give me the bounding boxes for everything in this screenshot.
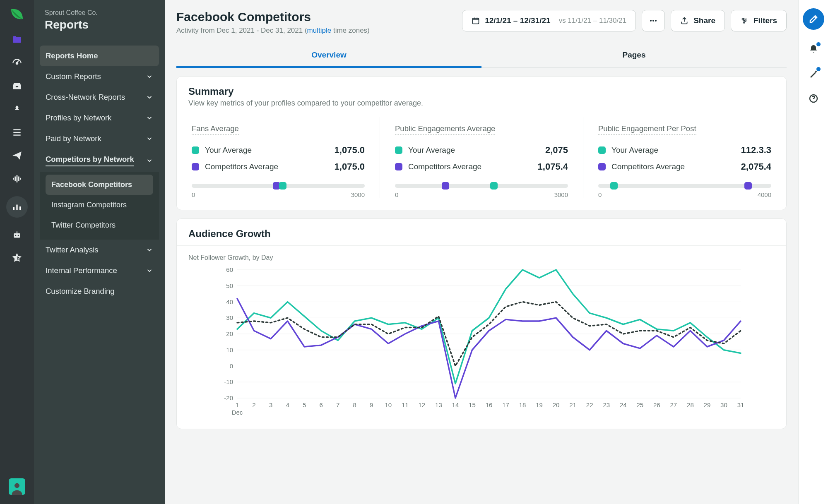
range-marker: [279, 182, 286, 190]
audio-icon[interactable]: [11, 173, 23, 185]
svg-text:21: 21: [569, 401, 576, 408]
svg-text:26: 26: [653, 401, 660, 408]
wand-icon[interactable]: [808, 68, 819, 79]
svg-text:-10: -10: [224, 378, 233, 385]
svg-text:2: 2: [252, 401, 255, 408]
summary-card: Summary View key metrics of your profile…: [176, 76, 787, 210]
right-rail: [798, 0, 828, 504]
range-marker: [610, 182, 618, 190]
svg-text:19: 19: [536, 401, 543, 408]
svg-text:60: 60: [226, 266, 233, 273]
compose-button[interactable]: [803, 8, 824, 30]
svg-text:Dec: Dec: [232, 409, 243, 416]
more-button[interactable]: [642, 10, 665, 31]
svg-text:8: 8: [353, 401, 356, 408]
range-marker: [490, 182, 498, 190]
main-content: Facebook Competitors Activity from Dec 1…: [165, 0, 798, 504]
svg-text:40: 40: [226, 298, 233, 305]
half-star-icon[interactable]: [11, 252, 23, 264]
tab-overview[interactable]: Overview: [176, 44, 481, 68]
svg-text:50: 50: [226, 282, 233, 289]
swatch-purple-icon: [192, 163, 199, 170]
svg-text:31: 31: [737, 401, 744, 408]
range-marker: [442, 182, 449, 190]
pin-icon[interactable]: [11, 103, 23, 115]
robot-icon[interactable]: [11, 229, 23, 241]
svg-text:27: 27: [670, 401, 677, 408]
nav-item-custom-reports[interactable]: Custom Reports: [40, 66, 159, 87]
share-button[interactable]: Share: [671, 10, 725, 31]
nav-subitem-twitter-competitors[interactable]: Twitter Competitors: [46, 215, 153, 235]
audience-growth-card: Audience Growth Net Follower Growth, by …: [176, 218, 787, 429]
nav-item-customize-branding[interactable]: Customize Branding: [40, 281, 159, 302]
svg-text:30: 30: [226, 314, 233, 321]
nav-subitem-instagram-competitors[interactable]: Instagram Competitors: [46, 195, 153, 215]
svg-text:14: 14: [452, 401, 459, 408]
svg-text:24: 24: [620, 401, 627, 408]
filters-icon: [740, 17, 749, 25]
svg-text:23: 23: [603, 401, 610, 408]
svg-text:-20: -20: [224, 394, 233, 401]
svg-point-4: [14, 483, 19, 488]
swatch-purple-icon: [598, 163, 606, 170]
svg-rect-5: [473, 18, 479, 24]
svg-text:22: 22: [586, 401, 593, 408]
svg-text:6: 6: [319, 401, 323, 408]
nav-item-profiles-by-network[interactable]: Profiles by Network: [40, 108, 159, 128]
svg-point-2: [15, 235, 16, 236]
metric-public-engagement-per-post: Public Engagement Per PostYour Average11…: [583, 117, 786, 198]
svg-rect-1: [14, 233, 20, 238]
nav-reports-home[interactable]: Reports Home: [40, 46, 159, 66]
bar-chart-icon[interactable]: [6, 196, 28, 218]
svg-text:7: 7: [336, 401, 339, 408]
swatch-teal-icon: [192, 146, 199, 154]
svg-point-11: [743, 22, 744, 23]
swatch-purple-icon: [395, 163, 402, 170]
svg-text:1: 1: [236, 401, 239, 408]
svg-text:13: 13: [435, 401, 442, 408]
svg-text:9: 9: [370, 401, 373, 408]
nav-item-twitter-analysis[interactable]: Twitter Analysis: [40, 240, 159, 260]
svg-point-10: [745, 20, 746, 21]
svg-text:5: 5: [303, 401, 306, 408]
inbox-icon[interactable]: [11, 80, 23, 92]
svg-point-3: [18, 235, 19, 236]
svg-text:12: 12: [419, 401, 426, 408]
svg-text:11: 11: [402, 401, 409, 408]
svg-text:28: 28: [687, 401, 694, 408]
range-marker: [744, 182, 752, 190]
folder-icon[interactable]: [11, 34, 23, 46]
svg-text:17: 17: [502, 401, 509, 408]
filters-button[interactable]: Filters: [731, 10, 787, 31]
nav-item-competitors-by-network[interactable]: Competitors by Network: [40, 149, 159, 172]
metric-fans-average: Fans AverageYour Average1,075.0Competito…: [177, 117, 380, 198]
svg-point-0: [16, 62, 18, 64]
nav-item-paid-by-network[interactable]: Paid by Network: [40, 128, 159, 149]
chart-subtitle: Net Follower Growth, by Day: [188, 254, 771, 262]
ellipsis-icon: [648, 16, 658, 26]
metric-public-engagements-average: Public Engagements AverageYour Average2,…: [380, 117, 583, 198]
share-icon: [680, 17, 688, 25]
help-icon[interactable]: [808, 93, 819, 104]
summary-subtitle: View key metrics of your profiles compar…: [188, 99, 775, 108]
svg-point-8: [655, 20, 657, 22]
timezone-link[interactable]: multiple: [307, 26, 332, 34]
bell-icon[interactable]: [808, 43, 819, 55]
activity-range: Activity from Dec 1, 2021 - Dec 31, 2021…: [176, 26, 370, 35]
tab-pages[interactable]: Pages: [481, 44, 787, 67]
nav-item-internal-performance[interactable]: Internal Performance: [40, 260, 159, 281]
reports-sidenav: Sprout Coffee Co. Reports Reports HomeCu…: [34, 0, 165, 504]
nav-subitem-facebook-competitors[interactable]: Facebook Competitors: [46, 175, 153, 195]
metric-range: 03000: [192, 184, 365, 198]
svg-text:20: 20: [226, 330, 233, 337]
paper-plane-icon[interactable]: [11, 150, 23, 161]
svg-text:4: 4: [286, 401, 289, 408]
svg-point-6: [650, 20, 652, 22]
date-range-button[interactable]: 12/1/21 – 12/31/21 vs 11/1/21 – 11/30/21: [462, 10, 636, 31]
user-avatar[interactable]: [9, 478, 25, 495]
nav-item-cross-network-reports[interactable]: Cross-Network Reports: [40, 87, 159, 108]
metric-range: 04000: [598, 184, 771, 198]
gauge-icon[interactable]: [11, 57, 23, 69]
svg-text:16: 16: [486, 401, 493, 408]
list-icon[interactable]: [11, 127, 23, 138]
